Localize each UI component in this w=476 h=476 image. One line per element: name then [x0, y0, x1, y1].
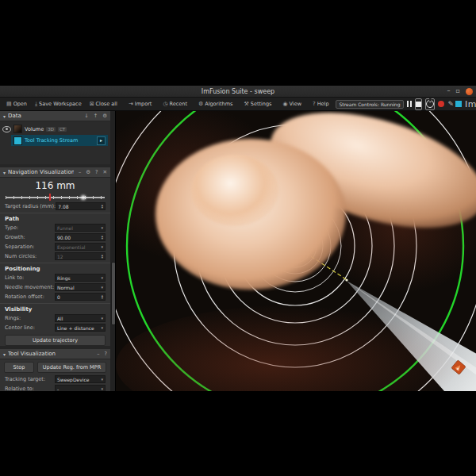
play-icon[interactable]: ▸	[97, 136, 106, 145]
growth-spinbox[interactable]: 90.00 ▴▾	[55, 233, 106, 241]
chevron-down-icon: ▾	[101, 285, 103, 290]
link-to-row: Link to: Rings ▾	[0, 273, 110, 282]
imfusion-logo-text: ImFusion	[465, 99, 476, 109]
record-button[interactable]	[438, 99, 444, 109]
update-trajectory-button[interactable]: Update trajectory	[5, 335, 106, 346]
visibility-section-title: Visibility	[0, 303, 110, 313]
panel-help-icon[interactable]: ?	[95, 169, 98, 175]
slider-knob[interactable]	[81, 195, 86, 200]
save-icon: ⤓	[35, 101, 37, 107]
chevron-down-icon: ▾	[101, 316, 103, 321]
power-button[interactable]	[425, 98, 435, 110]
rotation-offset-spinbox[interactable]: 0 ▴▾	[55, 293, 106, 301]
visibility-eye-icon[interactable]	[2, 126, 11, 132]
spinner-arrows-icon[interactable]: ▴▾	[102, 235, 103, 240]
center-line-select[interactable]: Line + distance ▾	[55, 324, 106, 332]
separation-select[interactable]: Exponential ▾	[55, 243, 106, 251]
path-section-title: Path	[0, 213, 110, 223]
link-to-select[interactable]: Rings ▾	[55, 274, 106, 282]
stream-label: Tool Tracking Stream	[25, 137, 78, 144]
positioning-section-title: Positioning	[0, 263, 110, 273]
window-controls: – ▫	[447, 86, 473, 97]
edit-button[interactable]: ✎	[447, 99, 454, 109]
type-select[interactable]: Funnel ▾	[55, 224, 106, 232]
minimize-panel-icon[interactable]: –	[79, 169, 81, 175]
settings-icon: ⚒	[244, 101, 248, 107]
slider-current-mark	[49, 194, 51, 201]
tool-panel-header[interactable]: ▾ Tool Visualization – ?	[0, 349, 110, 359]
data-settings-icon[interactable]: ⚙	[102, 113, 107, 119]
chevron-down-icon: ▾	[101, 386, 103, 391]
panel-settings-icon[interactable]: ⚙	[86, 169, 90, 175]
collapse-icon[interactable]: ▾	[3, 170, 6, 175]
toolbar-button-help[interactable]: ? Help	[309, 99, 332, 109]
stop-tracking-button[interactable]: Stop	[4, 362, 34, 373]
toolbar-button-label: Import	[135, 101, 152, 107]
minimize-panel-icon[interactable]: –	[97, 351, 99, 357]
update-reg-from-mpr-button[interactable]: Update Reg. from MPR	[37, 362, 106, 373]
stream-thumbnail	[13, 136, 22, 145]
spinner-arrows-icon[interactable]: ▴▾	[102, 204, 103, 209]
panel-close-icon[interactable]: ✕	[103, 169, 107, 175]
imfusion-app-window: ImFusion Suite - sweep – ▫ ▤ Open ⤓ Save…	[0, 86, 476, 390]
panel-help-icon[interactable]: ?	[105, 351, 107, 357]
growth-row: Growth: 90.00 ▴▾	[0, 232, 110, 242]
toolbar-button-open[interactable]: ▤ Open	[3, 99, 30, 109]
export-data-icon[interactable]: ↑	[94, 113, 98, 119]
close-button[interactable]	[466, 88, 473, 95]
maximize-button[interactable]: ▫	[456, 88, 460, 94]
nav-panel-title: Navigation Visualization	[8, 169, 74, 175]
target-radius-spinbox[interactable]: 7.08 ▴▾	[56, 202, 106, 210]
sidebar-scrollbar[interactable]	[110, 111, 115, 391]
pause-button[interactable]	[407, 99, 412, 109]
screenshot-stage: ImFusion Suite - sweep – ▫ ▤ Open ⤓ Save…	[0, 0, 476, 476]
open-icon: ▤	[6, 101, 12, 107]
toolbar-button-view[interactable]: ◉ View	[279, 99, 305, 109]
toolbar-button-label: Settings	[251, 101, 272, 107]
imfusion-logo: ImFusion	[455, 99, 476, 109]
import-data-icon[interactable]: ↓	[84, 113, 88, 119]
distance-readout: 116 mm	[0, 178, 110, 193]
minimize-button[interactable]: –	[447, 88, 451, 94]
spinner-arrows-icon[interactable]: ▴▾	[102, 294, 103, 299]
toolbar-button-import[interactable]: ⇥ Import	[125, 99, 155, 109]
toolbar-button-recent[interactable]: ◷ Recent	[159, 99, 190, 109]
spinner-arrows-icon: ▴▾	[102, 254, 103, 259]
view-icon: ◉	[282, 101, 287, 107]
data-panel-header[interactable]: ▾ Data ↓ ↑ ⚙	[0, 111, 110, 121]
data-list: Volume 3D CT Tool Tracking Stream ▸	[0, 121, 110, 164]
relative-to-select[interactable]: - ▾	[55, 385, 106, 391]
window-title: ImFusion Suite - sweep	[0, 88, 476, 95]
target-radius-row: Target radius (mm): 7.08 ▴▾	[0, 202, 110, 211]
stream-controls-status: Stream Controls: Running	[336, 100, 405, 109]
separation-row: Separation: Exponential ▾	[0, 242, 110, 251]
list-item-volume[interactable]: Volume 3D CT	[0, 123, 110, 135]
tracking-target-select[interactable]: SweepDevice ▾	[55, 375, 106, 383]
center-line-row: Center line: Line + distance ▾	[0, 323, 110, 332]
toolbar-button-save-workspace[interactable]: ⤓ Save Workspace	[32, 99, 85, 109]
pause-icon	[407, 101, 412, 107]
power-icon	[426, 100, 434, 108]
nav-panel-header[interactable]: ▾ Navigation Visualization – ⚙ ? ✕	[0, 167, 110, 178]
target-radius-label: Target radius (mm):	[5, 203, 56, 209]
import-icon: ⇥	[129, 101, 133, 107]
toolbar-button-label: Open	[13, 101, 27, 107]
rings-select[interactable]: All ▾	[55, 314, 106, 322]
stop-stream-button[interactable]	[415, 98, 422, 110]
3d-viewport[interactable]: ≡ ⚙ ☀ ⇄ 1.67 cm SweepDevice 1.00 Swe	[116, 111, 476, 391]
data-panel: ▾ Data ↓ ↑ ⚙ Volume 3D	[0, 111, 110, 164]
collapse-icon[interactable]: ▾	[3, 351, 6, 357]
list-item-tool-tracking-stream[interactable]: Tool Tracking Stream ▸	[11, 135, 108, 146]
toolbar-button-settings[interactable]: ⚒ Settings	[240, 99, 274, 109]
rotation-offset-row: Rotation offset: 0 ▴▾	[0, 292, 110, 301]
edit-icon: ✎	[447, 100, 454, 108]
toolbar-button-algorithms[interactable]: ⚙ Algorithms	[195, 99, 236, 109]
num-circles-spinbox[interactable]: 12 ▴▾	[55, 252, 106, 260]
collapse-icon[interactable]: ▾	[3, 113, 6, 119]
toolbar-button-close-all[interactable]: ⊠ Close all	[86, 99, 121, 109]
relative-to-row: Relative to: - ▾	[0, 384, 110, 391]
distance-slider[interactable]	[6, 193, 105, 202]
needle-movement-select[interactable]: Normal ▾	[55, 283, 106, 291]
badge-ct: CT	[58, 127, 67, 132]
chevron-down-icon: ▾	[101, 377, 103, 382]
